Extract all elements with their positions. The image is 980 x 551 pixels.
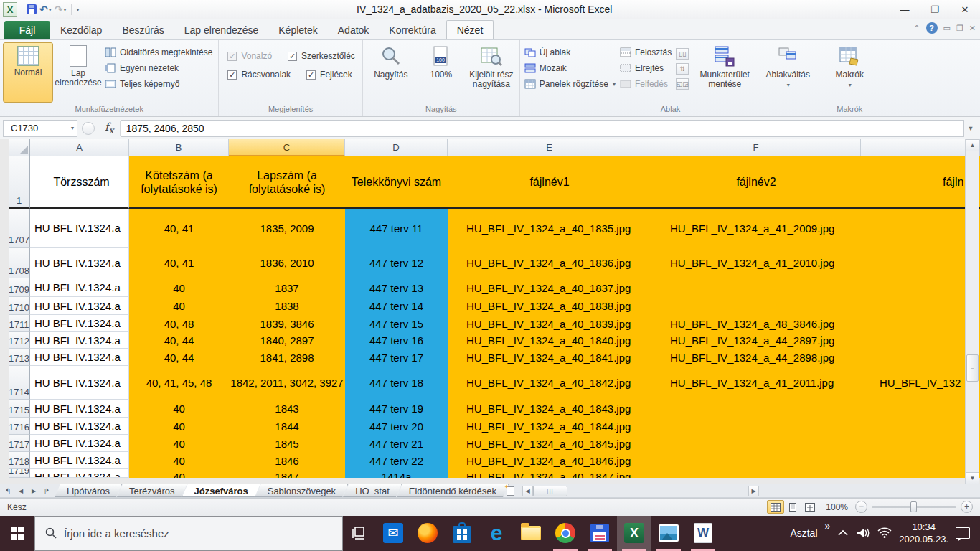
row-header-1717[interactable]: 1717 [9,435,30,452]
select-all-button[interactable] [9,139,30,156]
taskbar-icon-explorer[interactable] [514,516,548,551]
vertical-scroll-track[interactable]: ≡ [966,151,979,472]
cell-B1712[interactable]: 40, 44 [129,332,229,349]
switch-windows-button[interactable]: Ablakváltás▾ [758,42,818,90]
hide-button[interactable]: Elrejtés [620,62,672,74]
task-view-button[interactable] [343,516,376,551]
volume-icon[interactable] [856,527,870,539]
cell-G1712[interactable] [861,332,980,349]
vertical-scrollbar[interactable]: ▲ ≡ ▼ [965,139,979,484]
column-header-D[interactable]: D [345,139,448,156]
cell-E1719[interactable]: HU_BFL_IV_1324_a_40_1847.jpg [448,469,651,478]
cell-F1711[interactable]: HU_BFL_IV_1324_a_48_3846.jpg [651,315,861,332]
freeze-panes-button[interactable]: Panelek rögzítése▾ [524,78,616,90]
cell-E1709[interactable]: HU_BFL_IV_1324_a_40_1837.jpg [448,278,651,297]
synchronous-scrolling-button[interactable]: ⇅ [676,63,689,75]
tab-file[interactable]: Fájl [4,21,50,39]
view-side-by-side-button[interactable]: ▯▯ [676,48,689,60]
sheet-tab-sablonszövegek[interactable]: Sablonszövegek [255,484,348,497]
cell-A1[interactable]: Törzsszám [30,156,129,209]
cell-C1715[interactable]: 1843 [229,400,345,418]
arrange-all-button[interactable]: Mozaik [524,62,616,74]
tab-kezdőlap[interactable]: Kezdőlap [50,20,112,39]
zoom-button[interactable]: Nagyítás [366,42,416,80]
cell-D1709[interactable]: 447 terv 13 [345,278,448,297]
new-window-button[interactable]: Új ablak [524,47,616,58]
cell-F1718[interactable] [651,452,861,469]
expand-formula-bar-icon[interactable]: ▼ [964,125,977,132]
scroll-left-icon[interactable]: ◀ [522,486,533,496]
cell-D1714[interactable]: 447 terv 18 [345,366,448,400]
cell-E1710[interactable]: HU_BFL_IV_1324_a_40_1838.jpg [448,297,651,315]
excel-app-icon[interactable]: X [3,2,17,17]
cell-A1708[interactable]: HU BFL IV.1324.a [30,248,129,278]
taskbar-icon-photos[interactable] [651,516,686,551]
cell-F1708[interactable]: HU_BFL_IV_1324_a_41_2010.jpg [651,248,861,278]
cell-C1717[interactable]: 1845 [229,435,345,452]
wifi-icon[interactable] [877,527,892,539]
cell-E1715[interactable]: HU_BFL_IV_1324_a_40_1843.jpg [448,400,651,418]
cell-E1713[interactable]: HU_BFL_IV_1324_a_40_1841.jpg [448,349,651,366]
cell-B1717[interactable]: 40 [129,435,229,452]
cell-F1714[interactable]: HU_BFL_IV_1324_a_41_2011.jpg [651,366,861,400]
page-break-toggle[interactable] [801,500,819,514]
sheet-tab-eldöntendő-kérdések[interactable]: Eldöntendő kérdések [397,484,509,497]
cell-C1713[interactable]: 1841, 2898 [229,349,345,366]
restore-button[interactable]: ❐ [920,1,950,18]
cell-G1716[interactable] [861,418,980,435]
cell-E1717[interactable]: HU_BFL_IV_1324_a_40_1845.jpg [448,435,651,452]
previous-sheet-icon[interactable]: ◀ [15,486,27,496]
zoom-100-button[interactable]: 100 100% [416,42,466,80]
cell-D1718[interactable]: 447 terv 22 [345,452,448,469]
row-header-1708[interactable]: 1708 [9,248,30,278]
taskbar-icon-edge[interactable]: e [479,516,514,551]
cell-A1716[interactable]: HU BFL IV.1324.a [30,418,129,435]
cell-G1715[interactable] [861,400,980,418]
row-header-1712[interactable]: 1712 [9,332,30,349]
gridlines-checkbox[interactable]: ✓Rácsvonalak [227,70,291,80]
cell-E1716[interactable]: HU_BFL_IV_1324_a_40_1844.jpg [448,418,651,435]
scroll-down-icon[interactable]: ▼ [966,472,979,484]
cell-D1710[interactable]: 447 terv 14 [345,297,448,315]
save-workspace-button[interactable]: Munkaterület mentése [692,42,758,89]
desktop-toolbar-label[interactable]: Asztal [790,527,817,539]
cell-B1718[interactable]: 40 [129,452,229,469]
workbook-minimize-icon[interactable]: ▭ [943,24,951,33]
cell-B1719[interactable]: 40 [129,469,229,478]
cell-F1719[interactable] [651,469,861,478]
cell-G1717[interactable] [861,435,980,452]
cell-A1707[interactable]: HU BFL IV.1324.a [30,209,129,248]
cell-E1711[interactable]: HU_BFL_IV_1324_a_40_1839.jpg [448,315,651,332]
column-header-E[interactable]: E [448,139,651,156]
redo-button[interactable]: ↷▾ [55,4,67,15]
start-button[interactable] [0,516,34,551]
taskbar-icon-firefox[interactable] [410,516,445,551]
zoom-out-button[interactable]: − [855,501,867,513]
horizontal-scrollbar[interactable]: ◀ ||| ▶ [522,484,759,497]
cell-B1715[interactable]: 40 [129,400,229,418]
cell-A1710[interactable]: HU BFL IV.1324.a [30,297,129,315]
workbook-close-icon[interactable]: ✕ [969,24,976,33]
cell-G1711[interactable] [861,315,980,332]
reset-window-position-button[interactable]: ◱◲ [676,78,689,90]
cell-A1719[interactable]: HU BFL IV.1324.a [30,469,129,478]
cell-B1716[interactable]: 40 [129,418,229,435]
cell-G1[interactable]: fájln [861,156,980,209]
cell-A1717[interactable]: HU BFL IV.1324.a [30,435,129,452]
cell-C1707[interactable]: 1835, 2009 [229,209,345,248]
cell-C1719[interactable]: 1847 [229,469,345,478]
row-header-1713[interactable]: 1713 [9,349,30,366]
formula-bar-options-button[interactable] [82,122,95,135]
tab-beszúrás[interactable]: Beszúrás [112,20,174,39]
cell-D1712[interactable]: 447 terv 16 [345,332,448,349]
cell-C1[interactable]: Lapszám (a folytatásoké is) [229,156,345,209]
page-layout-view-button[interactable]: Lap elrendezése [53,42,103,88]
cell-E1714[interactable]: HU_BFL_IV_1324_a_40_1842.jpg [448,366,651,400]
cell-A1711[interactable]: HU BFL IV.1324.a [30,315,129,332]
row-header-1710[interactable]: 1710 [9,297,30,315]
row-header-1716[interactable]: 1716 [9,418,30,435]
cell-F1717[interactable] [651,435,861,452]
close-button[interactable]: ✕ [950,1,980,18]
scroll-right-icon[interactable]: ▶ [748,486,759,496]
sheet-tab-terézváros[interactable]: Terézváros [117,484,187,497]
